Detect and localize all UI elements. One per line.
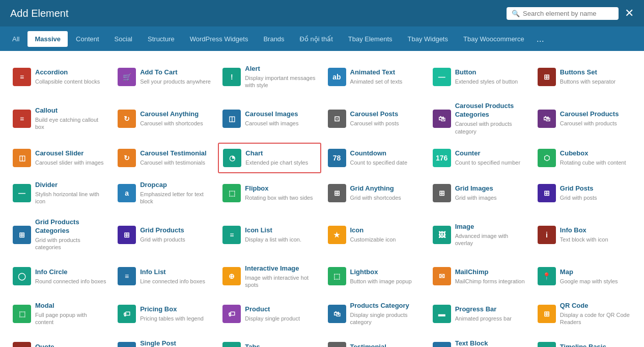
element-item-icon-list[interactable]: ≡ Icon List Display a list with icon. — [218, 212, 321, 256]
element-text: Grid Posts Grid with posts — [560, 184, 631, 201]
element-icon: a — [118, 184, 136, 202]
element-name: Text Block — [455, 339, 526, 347]
element-name: Product — [245, 305, 316, 314]
element-desc: Collapsible content blocks — [35, 78, 106, 85]
tab-all[interactable]: All — [5, 31, 26, 47]
element-desc: Round connected info boxes — [35, 278, 106, 285]
element-item-carousel-images[interactable]: ◫ Carousel Images Carousel with images — [218, 96, 321, 140]
element-text: QR Code Display a code for QR Code Reade… — [560, 302, 631, 326]
element-item-carousel-products-categories[interactable]: 🛍 Carousel Products Categories Carousel … — [428, 96, 531, 140]
element-item-carousel-products[interactable]: 🛍 Carousel Products Carousel with produc… — [533, 96, 636, 140]
element-icon: ↻ — [118, 110, 136, 128]
element-item-timeline-basic[interactable]: ⏱ Timeline Basic Simple timeline shortco… — [533, 334, 636, 347]
element-item-icon[interactable]: ★ Icon Customizable icon — [323, 212, 426, 256]
element-item-accordion[interactable]: ≡ Accordion Collapsible content blocks — [8, 59, 111, 94]
element-desc: Grid with images — [455, 194, 526, 201]
element-text: Carousel Products Categories Carousel wi… — [455, 102, 526, 135]
element-text: Image Advanced image with overlay — [455, 223, 526, 247]
element-item-add-to-cart[interactable]: 🛒 Add To Cart Sell your products anywher… — [113, 59, 216, 94]
element-item-carousel-anything[interactable]: ↻ Carousel Anything Carousel with shortc… — [113, 96, 216, 140]
element-item-text-block[interactable]: T Text Block Display a text with font fo… — [428, 334, 531, 347]
element-item-callout[interactable]: ≡ Callout Build eye catching callout box — [8, 96, 111, 140]
element-text: Quote Quote text block — [35, 343, 106, 347]
element-icon: — — [13, 184, 31, 202]
tab-massive[interactable]: Massive — [27, 31, 68, 47]
element-item-flipbox[interactable]: ⬚ Flipbox Rotating box with two sides — [218, 175, 321, 210]
element-text: Add To Cart Sell your products anywhere — [140, 68, 211, 85]
element-item-counter[interactable]: 176 Counter Count to specified number — [428, 143, 531, 173]
element-item-interactive-image[interactable]: ⊕ Interactive Image Image with interacti… — [218, 259, 321, 294]
tab-structure[interactable]: Structure — [141, 31, 182, 47]
element-desc: Build eye catching callout box — [35, 116, 106, 131]
element-name: Cubebox — [560, 149, 631, 158]
element-item-qr-code[interactable]: ⊞ QR Code Display a code for QR Code Rea… — [533, 296, 636, 331]
element-item-info-list[interactable]: ≡ Info List Line connected info boxes — [113, 259, 216, 294]
element-item-divider[interactable]: — Divider Stylish horizontal line with i… — [8, 175, 111, 210]
element-name: Testimonial — [350, 343, 422, 347]
element-text: Product Display single product — [245, 305, 316, 322]
element-icon: ⬡ — [538, 149, 556, 167]
element-item-image[interactable]: 🖼 Image Advanced image with overlay — [428, 212, 531, 256]
element-item-grid-products-categories[interactable]: ⊞ Grid Products Categories Grid with pro… — [8, 212, 111, 256]
element-name: Single Post — [140, 339, 211, 347]
tab-do-noi-that[interactable]: Đồ nội thất — [293, 31, 340, 47]
search-input[interactable] — [523, 10, 613, 17]
element-item-carousel-posts[interactable]: ⊡ Carousel Posts Carousel with posts — [323, 96, 426, 140]
element-name: Grid Products Categories — [35, 218, 106, 235]
element-item-quote[interactable]: ❝ Quote Quote text block — [8, 334, 111, 347]
element-item-mailchimp[interactable]: ✉ MailChimp MailChimp forms integration — [428, 259, 531, 294]
element-item-grid-images[interactable]: ⊞ Grid Images Grid with images — [428, 175, 531, 210]
element-text: Map Google map with styles — [560, 268, 631, 285]
element-item-countdown[interactable]: 78 Countdown Count to specified date — [323, 143, 426, 173]
element-item-modal[interactable]: ⬚ Modal Full page popup with content — [8, 296, 111, 331]
element-item-chart[interactable]: ◔ Chart Extended pie chart styles — [218, 143, 321, 173]
element-item-testimonial[interactable]: 💬 Testimonial Stylish recommendation box — [323, 334, 426, 347]
element-name: Modal — [35, 302, 106, 310]
element-item-carousel-slider[interactable]: ◫ Carousel Slider Carousel slider with i… — [8, 143, 111, 173]
element-item-carousel-testimonial[interactable]: ↻ Carousel Testimonial Carousel with tes… — [113, 143, 216, 173]
element-item-info-box[interactable]: i Info Box Text block with icon — [533, 212, 636, 256]
elements-grid: ≡ Accordion Collapsible content blocks 🛒… — [8, 59, 636, 347]
element-text: Info List Line connected info boxes — [140, 268, 211, 285]
element-item-grid-anything[interactable]: ⊞ Grid Anything Grid with shortcodes — [323, 175, 426, 210]
tab-wp-widgets[interactable]: WordPress Widgets — [183, 31, 256, 47]
element-item-grid-posts[interactable]: ⊞ Grid Posts Grid with posts — [533, 175, 636, 210]
element-item-cubebox[interactable]: ⬡ Cubebox Rotating cube with content — [533, 143, 636, 173]
element-text: Single Post Customizable post with many … — [140, 339, 211, 347]
element-icon: ⊕ — [222, 267, 241, 285]
element-icon: ab — [328, 68, 346, 86]
element-item-animated-text[interactable]: ab Animated Text Animated set of texts — [323, 59, 426, 94]
element-item-info-circle[interactable]: ◯ Info Circle Round connected info boxes — [8, 259, 111, 294]
tab-social[interactable]: Social — [107, 31, 139, 47]
element-item-map[interactable]: 📍 Map Google map with styles — [533, 259, 636, 294]
element-item-tabs[interactable]: ⊟ Tabs Tabbed content blocks — [218, 334, 321, 347]
tab-tbay-woocommerce[interactable]: Tbay Woocommerce — [456, 31, 531, 47]
more-tabs-button[interactable]: ... — [533, 32, 548, 46]
element-icon: 78 — [328, 149, 346, 167]
element-name: Flipbox — [245, 184, 316, 193]
tab-tbay-widgets[interactable]: Tbay Widgets — [401, 31, 455, 47]
element-item-button[interactable]: — Button Extended styles of button — [428, 59, 531, 94]
element-icon: ★ — [328, 226, 346, 244]
element-item-products-category[interactable]: 🛍 Products Category Display single produ… — [323, 296, 426, 331]
element-item-dropcap[interactable]: a Dropcap Emphasized letter for text blo… — [113, 175, 216, 210]
element-text: Text Block Display a text with font form… — [455, 339, 526, 347]
tab-brands[interactable]: Brands — [256, 31, 291, 47]
tab-content[interactable]: Content — [69, 31, 106, 47]
element-item-single-post[interactable]: 📄 Single Post Customizable post with man… — [113, 334, 216, 347]
element-item-buttons-set[interactable]: ⊞ Buttons Set Buttons with separator — [533, 59, 636, 94]
element-name: Icon — [350, 226, 422, 235]
element-item-alert[interactable]: ! Alert Display important messages with … — [218, 59, 321, 94]
search-box[interactable]: 🔍 — [507, 7, 619, 20]
element-item-product[interactable]: 🏷 Product Display single product — [218, 296, 321, 331]
element-item-progress-bar[interactable]: ▬ Progress Bar Animated progress bar — [428, 296, 531, 331]
element-item-pricing-box[interactable]: 🏷 Pricing Box Pricing tables with legend — [113, 296, 216, 331]
tab-tbay-elements[interactable]: Tbay Elements — [341, 31, 400, 47]
element-item-lightbox[interactable]: ⬚ Lightbox Button with image popup — [323, 259, 426, 294]
element-name: Divider — [35, 181, 106, 190]
element-item-grid-products[interactable]: ⊞ Grid Products Grid with products — [113, 212, 216, 256]
element-text: Testimonial Stylish recommendation box — [350, 343, 422, 347]
close-button[interactable]: ✕ — [625, 8, 634, 19]
element-desc: Grid with posts — [560, 194, 631, 201]
element-icon: ⊟ — [222, 342, 241, 347]
